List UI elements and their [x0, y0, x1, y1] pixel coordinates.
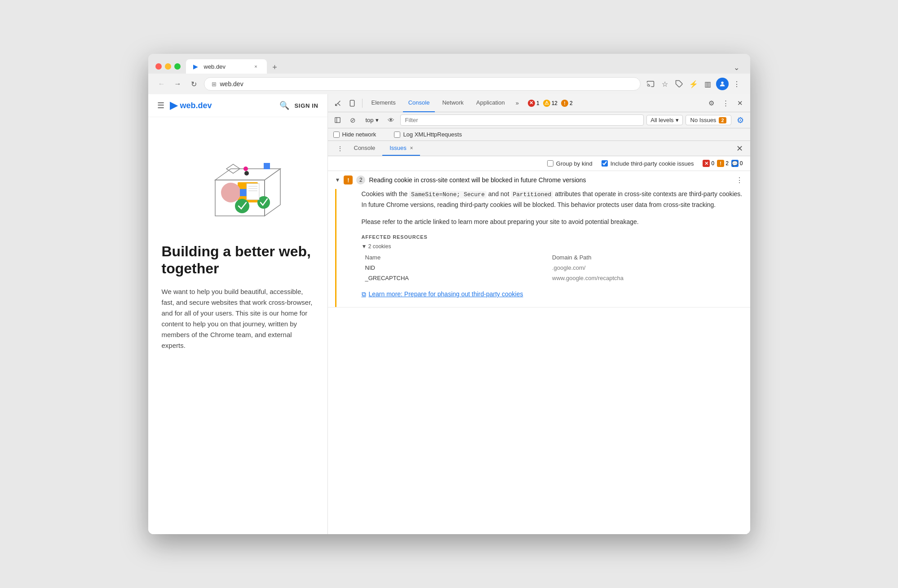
- issue-description-2: Please refer to the article linked to le…: [362, 217, 743, 227]
- table-row[interactable]: NID .google.com/: [362, 263, 743, 273]
- inspect-element-button[interactable]: [332, 97, 344, 110]
- issues-warning-icon: !: [717, 160, 724, 167]
- console-settings-button[interactable]: ⚙: [734, 114, 747, 127]
- cookie-domain-1: .google.com/: [552, 264, 739, 271]
- tab-title: web.dev: [204, 63, 249, 70]
- site-signin-button[interactable]: SIGN IN: [295, 102, 319, 109]
- toolbar-separator: [362, 99, 363, 108]
- tab-elements[interactable]: Elements: [366, 94, 401, 112]
- svg-point-7: [244, 171, 249, 176]
- context-selector[interactable]: top ▾: [362, 115, 382, 125]
- issue-body: Cookies with the SameSite=None; Secure a…: [335, 189, 750, 307]
- toolbar-right-actions: ⚙ ⋮ ✕: [705, 97, 747, 110]
- tab-issues[interactable]: Issues ×: [382, 141, 420, 156]
- issue-warning-icon: !: [344, 176, 353, 184]
- issue-count-badge: 2: [356, 176, 365, 184]
- issue-item: ▼ ! 2 Reading cookie in cross-site conte…: [328, 171, 750, 307]
- extension-button[interactable]: [673, 78, 686, 90]
- forward-button[interactable]: →: [172, 78, 184, 90]
- table-row[interactable]: _GRECAPTCHA www.google.com/recaptcha: [362, 273, 743, 283]
- devtools-main-toolbar: Elements Console Network Application » ✕…: [328, 94, 750, 112]
- tab-network[interactable]: Network: [437, 94, 469, 112]
- issue-menu-button[interactable]: ⋮: [736, 176, 743, 184]
- site-search-icon[interactable]: 🔍: [279, 101, 289, 110]
- log-level-selector[interactable]: All levels ▾: [646, 115, 682, 125]
- hero-illustration: [188, 135, 287, 225]
- browser-window: ▶ web.dev × + ⌄ ← → ↻ ⊞ web.dev: [148, 54, 750, 534]
- site-illustration: [148, 117, 327, 234]
- clear-console-button[interactable]: ⊘: [347, 114, 359, 127]
- devtools-close-button[interactable]: ✕: [734, 97, 747, 110]
- svg-point-10: [243, 167, 248, 171]
- warning-count: 12: [552, 100, 557, 106]
- tab-console[interactable]: Console: [403, 94, 435, 112]
- minimize-button[interactable]: [165, 63, 171, 70]
- new-tab-button[interactable]: +: [269, 61, 281, 74]
- chrome-menu-button[interactable]: ⋮: [730, 78, 743, 90]
- tab-close-button[interactable]: ×: [252, 63, 260, 70]
- device-toggle-button[interactable]: [346, 97, 358, 110]
- site-logo-icon: ▶: [170, 100, 177, 111]
- third-party-cookies-checkbox[interactable]: Include third-party cookie issues: [602, 160, 694, 167]
- more-tabs-button[interactable]: »: [512, 100, 522, 106]
- nav-bar: ← → ↻ ⊞ web.dev ☆ ⚡ ▥: [148, 74, 750, 94]
- issues-tabs-bar: ⋮ Console Issues × ✕: [328, 141, 750, 156]
- external-link-icon: ⧉: [362, 290, 366, 298]
- tab-favicon: ▶: [193, 63, 200, 70]
- sidebar-panel-button[interactable]: [332, 114, 344, 127]
- issues-badge: ! 2: [561, 100, 573, 107]
- close-button[interactable]: [155, 63, 162, 70]
- profile-button[interactable]: [716, 78, 729, 90]
- tab-overflow-button[interactable]: ⌄: [730, 61, 743, 74]
- issues-error-count: ✕ 0: [703, 160, 714, 167]
- cookie-name-1: NID: [365, 264, 553, 271]
- active-tab[interactable]: ▶ web.dev ×: [186, 59, 267, 74]
- issue-item-header[interactable]: ▼ ! 2 Reading cookie in cross-site conte…: [328, 171, 750, 189]
- status-badges: ✕ 1 ⚠ 12 ! 2: [528, 100, 573, 107]
- tab-application[interactable]: Application: [471, 94, 510, 112]
- group-by-kind-checkbox[interactable]: Group by kind: [547, 160, 593, 167]
- warning-badge-icon: ⚠: [543, 100, 550, 107]
- issues-count-badge: 2: [570, 100, 573, 106]
- svg-point-5: [221, 183, 241, 202]
- tab-console-secondary[interactable]: Console: [347, 141, 383, 156]
- live-expression-button[interactable]: 👁: [385, 114, 398, 127]
- no-issues-button[interactable]: No Issues 2: [686, 115, 731, 125]
- cookies-tree-header[interactable]: ▼ 2 cookies: [362, 243, 743, 250]
- log-xmlhttp-checkbox[interactable]: Log XMLHttpRequests: [394, 131, 462, 138]
- site-description: We want to help you build beautiful, acc…: [162, 286, 314, 351]
- reload-button[interactable]: ↻: [188, 78, 200, 90]
- devtools-secondary-toolbar: ⊘ top ▾ 👁 All levels ▾ No Issues 2 ⚙: [328, 112, 750, 128]
- issues-warning-count: ! 2: [717, 160, 729, 167]
- website-sidebar: ☰ ▶ web.dev 🔍 SIGN IN: [148, 94, 328, 534]
- col-name-header: Name: [365, 254, 553, 261]
- issues-num-badge: 2: [719, 117, 726, 123]
- address-icon: ⊞: [212, 81, 217, 88]
- devtools-more-button[interactable]: ⋮: [720, 97, 732, 110]
- address-bar[interactable]: ⊞ web.dev: [204, 77, 641, 91]
- svg-rect-17: [350, 100, 354, 106]
- warning-badge: ⚠ 12: [543, 100, 557, 107]
- svg-point-11: [235, 199, 249, 213]
- issues-tab-close-icon[interactable]: ×: [410, 145, 413, 151]
- back-button[interactable]: ←: [155, 78, 168, 90]
- issues-content: ▼ ! 2 Reading cookie in cross-site conte…: [328, 171, 750, 534]
- maximize-button[interactable]: [174, 63, 181, 70]
- hamburger-icon[interactable]: ☰: [157, 101, 164, 110]
- col-domain-header: Domain & Path: [552, 254, 739, 261]
- issues-tabs-more[interactable]: ⋮: [333, 141, 347, 156]
- sidebar-toggle-button[interactable]: ▥: [702, 78, 714, 90]
- devtools-performance-button[interactable]: ⚡: [687, 78, 700, 90]
- close-issues-panel-button[interactable]: ✕: [734, 142, 745, 155]
- learn-more-link[interactable]: ⧉ Learn more: Prepare for phasing out th…: [362, 290, 743, 298]
- devtools-settings-button[interactable]: ⚙: [705, 97, 718, 110]
- bookmark-button[interactable]: ☆: [659, 78, 671, 90]
- site-heading: Building a better web, together: [162, 243, 314, 277]
- cookies-table: Name Domain & Path NID .google.com/ _GRE…: [362, 252, 743, 283]
- filter-input[interactable]: [400, 114, 644, 126]
- devtools-checkboxes: Hide network Log XMLHttpRequests: [328, 128, 750, 141]
- main-area: ☰ ▶ web.dev 🔍 SIGN IN: [148, 94, 750, 534]
- cast-button[interactable]: [644, 78, 657, 90]
- svg-rect-8: [264, 163, 270, 169]
- hide-network-checkbox[interactable]: Hide network: [333, 131, 376, 138]
